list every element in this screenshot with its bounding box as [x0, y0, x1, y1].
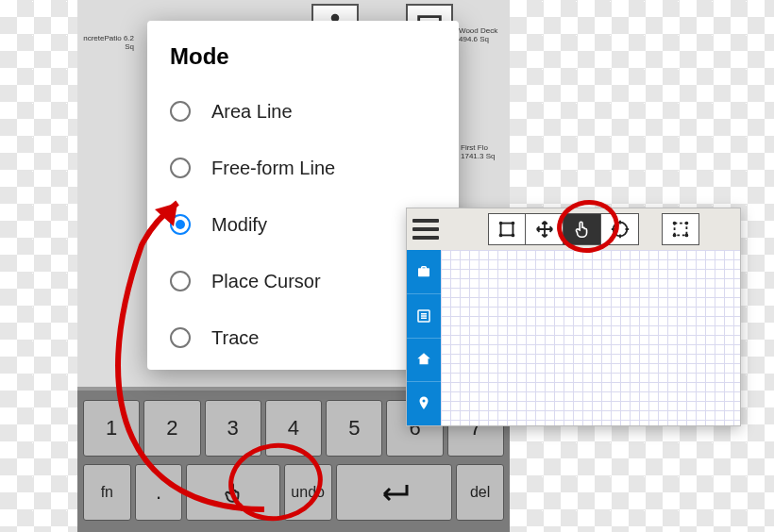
pointer-key[interactable] — [186, 464, 279, 521]
mode-option-list: Area Line Free-form Line Modify Place Cu… — [170, 87, 436, 362]
svg-point-4 — [512, 234, 515, 238]
radio-icon — [170, 214, 191, 235]
fn-key[interactable]: fn — [83, 464, 131, 521]
svg-point-1 — [499, 222, 503, 225]
svg-point-9 — [673, 234, 677, 238]
hand-pointer-icon — [221, 480, 245, 505]
radio-icon — [170, 101, 191, 122]
tool-group-extra — [662, 213, 699, 245]
svg-point-5 — [613, 223, 627, 237]
mode-option-trace[interactable]: Trace — [170, 313, 436, 362]
home-icon — [415, 351, 432, 368]
mode-option-label: Place Cursor — [211, 271, 321, 292]
tool-pointer[interactable] — [564, 213, 601, 245]
radio-icon — [170, 327, 191, 348]
key-3[interactable]: 3 — [205, 400, 261, 457]
secondary-toolbar-panel — [406, 208, 741, 426]
tool-dashed-box[interactable] — [662, 213, 699, 245]
mode-option-label: Trace — [211, 327, 259, 349]
undo-key-label: undo — [291, 484, 325, 501]
radio-icon — [170, 158, 191, 178]
tool-select-box[interactable] — [488, 213, 526, 245]
svg-point-2 — [512, 222, 515, 225]
mode-option-label: Modify — [211, 214, 267, 236]
tool-group-main — [488, 213, 639, 245]
mode-option-place-cursor[interactable]: Place Cursor — [170, 257, 436, 306]
mode-option-modify[interactable]: Modify — [170, 200, 436, 249]
side-briefcase[interactable] — [407, 250, 441, 294]
tool-target[interactable] — [601, 213, 639, 245]
mode-option-area-line[interactable]: Area Line — [170, 87, 436, 136]
mode-option-label: Free-form Line — [211, 158, 335, 179]
move-arrows-icon — [534, 219, 555, 240]
hand-pointer-icon — [572, 219, 593, 240]
panel-sidebar — [407, 250, 441, 425]
keyboard-row-functions: fn . undo del — [83, 464, 504, 521]
delete-key[interactable]: del — [456, 464, 504, 521]
target-icon — [610, 219, 631, 240]
mode-option-free-form-line[interactable]: Free-form Line — [170, 143, 436, 192]
briefcase-icon — [415, 263, 432, 280]
label-floor: First Flo 1741.3 Sq — [461, 143, 510, 160]
dashed-box-icon — [670, 219, 691, 240]
enter-icon — [375, 480, 412, 505]
key-4[interactable]: 4 — [265, 400, 322, 457]
delete-key-label: del — [470, 484, 490, 501]
pin-icon — [415, 395, 432, 412]
drawing-grid[interactable] — [441, 250, 740, 425]
select-box-icon — [496, 219, 517, 240]
key-2[interactable]: 2 — [143, 400, 200, 457]
svg-rect-6 — [675, 224, 687, 236]
side-home[interactable] — [407, 339, 441, 383]
tool-move[interactable] — [526, 213, 564, 245]
mode-option-label: Area Line — [211, 101, 293, 123]
list-icon — [415, 308, 432, 324]
key-5[interactable]: 5 — [326, 400, 382, 457]
enter-key[interactable] — [336, 464, 453, 521]
mode-dialog-title: Mode — [170, 43, 436, 70]
menu-hamburger-icon[interactable] — [412, 219, 439, 240]
svg-point-8 — [685, 222, 689, 225]
key-1[interactable]: 1 — [83, 400, 140, 457]
side-pin[interactable] — [407, 382, 441, 425]
svg-point-10 — [685, 234, 689, 238]
label-patio: ncretePatio 6.2 Sq — [77, 34, 134, 51]
svg-point-3 — [499, 234, 503, 238]
label-deck: Wood Deck 494.6 Sq — [459, 26, 510, 43]
fn-key-label: fn — [101, 484, 113, 501]
radio-icon — [170, 271, 191, 291]
period-key[interactable]: . — [135, 464, 183, 521]
side-list[interactable] — [407, 294, 441, 339]
toolbar-top — [407, 208, 740, 250]
undo-key[interactable]: undo — [284, 464, 332, 521]
svg-point-7 — [673, 222, 677, 225]
svg-rect-0 — [501, 224, 513, 236]
